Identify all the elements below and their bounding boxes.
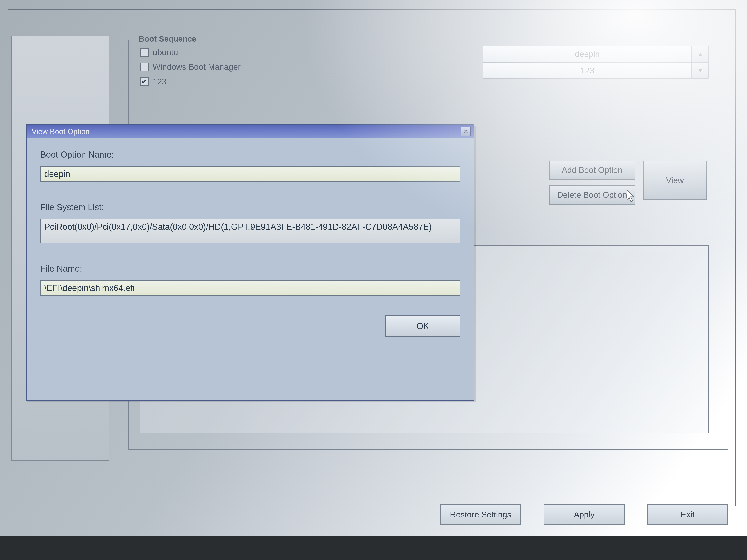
- boot-option-name-label: Boot Option Name:: [40, 150, 461, 160]
- boot-check-windows[interactable]: Windows Boot Manager: [140, 62, 240, 72]
- boot-sequence-checkbox-list: ubuntu Windows Boot Manager ✔ 123: [140, 48, 240, 86]
- view-boot-option-dialog: View Boot Option ✕ Boot Option Name: dee…: [26, 124, 474, 401]
- boot-order-listbox[interactable]: deepin 123 ▲ ▼: [483, 46, 709, 79]
- add-boot-option-button[interactable]: Add Boot Option: [549, 161, 635, 180]
- boot-check-label: Windows Boot Manager: [153, 62, 240, 72]
- group-title: Boot Sequence: [136, 34, 199, 44]
- ok-button[interactable]: OK: [385, 315, 461, 337]
- bottom-action-bar: Restore Settings Apply Exit: [128, 504, 728, 525]
- boot-check-label: 123: [153, 77, 166, 86]
- delete-boot-option-button[interactable]: Delete Boot Option: [549, 185, 635, 205]
- apply-button[interactable]: Apply: [544, 504, 625, 525]
- dialog-titlebar[interactable]: View Boot Option ✕: [27, 125, 474, 138]
- boot-check-123[interactable]: ✔ 123: [140, 77, 240, 86]
- move-down-button[interactable]: ▼: [692, 62, 709, 79]
- boot-order-item[interactable]: deepin: [483, 46, 692, 62]
- checkbox-icon[interactable]: [140, 48, 149, 57]
- restore-settings-button[interactable]: Restore Settings: [440, 504, 521, 525]
- checkbox-icon[interactable]: ✔: [140, 77, 149, 86]
- boot-check-label: ubuntu: [153, 48, 178, 57]
- dialog-title-text: View Boot Option: [32, 127, 89, 136]
- move-up-button[interactable]: ▲: [692, 46, 709, 62]
- file-name-field[interactable]: \EFI\deepin\shimx64.efi: [40, 280, 461, 296]
- boot-check-ubuntu[interactable]: ubuntu: [140, 48, 240, 57]
- close-icon[interactable]: ✕: [461, 127, 471, 136]
- boot-order-item[interactable]: 123: [483, 62, 692, 79]
- file-name-label: File Name:: [40, 263, 461, 274]
- file-system-list-label: File System List:: [40, 202, 461, 212]
- view-boot-option-button[interactable]: View: [643, 161, 707, 200]
- boot-option-name-field[interactable]: deepin: [40, 166, 461, 182]
- file-system-list-field[interactable]: PciRoot(0x0)/Pci(0x17,0x0)/Sata(0x0,0x0)…: [40, 219, 461, 243]
- checkbox-icon[interactable]: [140, 63, 149, 71]
- exit-button[interactable]: Exit: [647, 504, 728, 525]
